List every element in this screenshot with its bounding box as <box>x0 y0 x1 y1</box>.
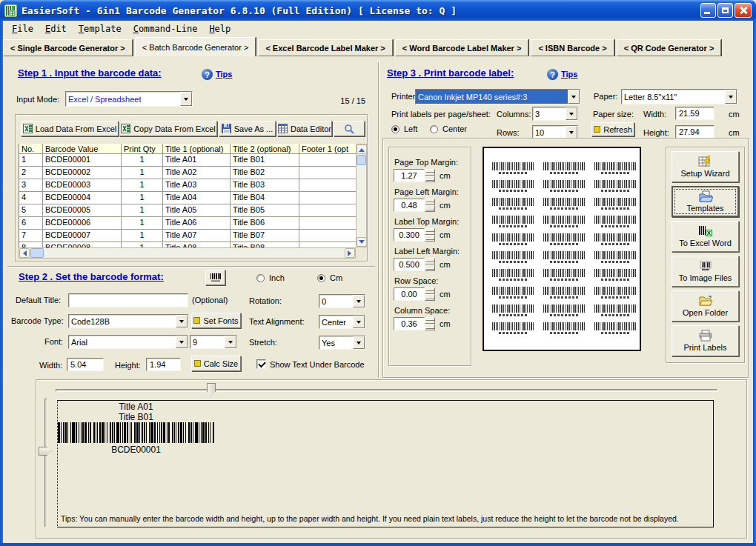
step1-tips-link[interactable]: Tips <box>216 70 232 79</box>
unit-inch-radio[interactable] <box>256 274 265 282</box>
margin-input[interactable]: 0.48 <box>394 199 425 212</box>
align-center-radio[interactable] <box>430 125 438 133</box>
table-cell[interactable]: 1 <box>122 192 163 204</box>
spin-down-icon[interactable] <box>425 205 435 212</box>
copy-data-from-excel-button[interactable]: Copy Data From Excel <box>119 121 217 136</box>
paper-dropdown[interactable]: Letter 8.5"x11" <box>621 89 737 104</box>
table-cell[interactable]: 1 <box>122 204 163 217</box>
default-title-input[interactable] <box>68 293 188 307</box>
spin-up-icon[interactable] <box>425 317 435 324</box>
table-row[interactable]: 2BCDE000021Title A02Title B02 <box>19 167 356 179</box>
table-cell[interactable]: Title B03 <box>231 179 299 192</box>
search-data-button[interactable] <box>334 121 365 136</box>
scrollbar-thumb[interactable] <box>357 155 366 165</box>
table-cell[interactable]: BCDE00006 <box>43 217 122 230</box>
margin-spinner[interactable] <box>425 258 435 271</box>
table-cell[interactable]: Title A08 <box>163 242 231 247</box>
text-alignment-dropdown[interactable]: Center <box>319 315 365 329</box>
table-cell[interactable]: Title A03 <box>163 179 231 192</box>
table-row[interactable]: 3BCDE000031Title A03Title B03 <box>19 179 356 192</box>
help-question-icon[interactable]: ? <box>202 69 213 80</box>
table-cell[interactable]: 1 <box>122 154 163 167</box>
stretch-dropdown[interactable]: Yes <box>319 336 365 350</box>
height-slider-track[interactable] <box>44 399 47 527</box>
column-header[interactable]: Footer 1 (opt <box>299 144 356 154</box>
spin-down-icon[interactable] <box>425 264 435 271</box>
scroll-left-icon[interactable] <box>19 248 30 258</box>
tab-isbn-barcode[interactable]: < ISBN Barcode > <box>531 39 614 56</box>
margin-spinner[interactable] <box>425 317 435 330</box>
print-labels-button[interactable]: Print Labels <box>672 325 739 356</box>
chevron-down-icon[interactable] <box>568 90 580 104</box>
table-cell[interactable]: 6 <box>19 217 43 230</box>
table-cell[interactable] <box>299 154 356 167</box>
margin-spinner[interactable] <box>425 199 435 212</box>
save-as-button[interactable]: Save As ... <box>219 121 276 136</box>
column-header[interactable]: No. <box>19 144 43 154</box>
chevron-down-icon[interactable] <box>353 336 365 349</box>
table-cell[interactable] <box>299 167 356 179</box>
chevron-down-icon[interactable] <box>225 336 236 348</box>
font-size-dropdown[interactable]: 9 <box>190 335 237 349</box>
table-cell[interactable]: Title B07 <box>231 230 299 242</box>
table-cell[interactable]: BCDE00004 <box>43 192 122 204</box>
set-fonts-button[interactable]: Set Fonts <box>191 313 241 328</box>
table-cell[interactable]: 2 <box>19 167 43 179</box>
margin-input[interactable]: 1.27 <box>394 169 425 182</box>
menu-file[interactable]: File <box>6 22 39 36</box>
table-cell[interactable]: 1 <box>122 167 163 179</box>
show-text-under-barcode-checkbox[interactable] <box>256 359 266 369</box>
menu-help[interactable]: Help <box>203 22 236 36</box>
maximize-button[interactable] <box>717 3 733 18</box>
barcode-type-dropdown[interactable]: Code128B <box>68 314 188 328</box>
scrollbar-thumb[interactable] <box>30 248 44 258</box>
table-cell[interactable]: 1 <box>122 217 163 230</box>
table-row[interactable]: 1BCDE000011Title A01Title B01 <box>19 154 356 167</box>
table-cell[interactable]: BCDE00003 <box>43 179 122 192</box>
open-folder-button[interactable]: Open Folder <box>672 290 739 322</box>
table-cell[interactable]: BCDE00002 <box>43 167 122 179</box>
font-dropdown[interactable]: Arial <box>68 335 188 349</box>
calc-size-button[interactable]: Calc Size <box>191 356 241 371</box>
align-left-radio[interactable] <box>391 125 399 133</box>
spin-up-icon[interactable] <box>425 199 435 205</box>
barcode-preview-button[interactable] <box>205 270 225 285</box>
tab-qr-code-generator[interactable]: < QR Code Generator > <box>617 39 722 56</box>
table-cell[interactable]: Title B01 <box>231 154 299 167</box>
scroll-down-icon[interactable] <box>357 237 367 247</box>
table-cell[interactable]: Title A01 <box>163 154 231 167</box>
margin-spinner[interactable] <box>425 169 435 182</box>
margin-input[interactable]: 0.36 <box>394 317 425 330</box>
barcode-data-table[interactable]: No.Barcode ValuePrint QtyTitle 1 (option… <box>19 144 356 247</box>
table-cell[interactable]: Title B06 <box>231 217 299 230</box>
input-mode-dropdown[interactable]: Excel / Spreadsheet <box>65 91 193 107</box>
chevron-down-icon[interactable] <box>176 315 188 327</box>
table-vertical-scrollbar[interactable] <box>356 144 367 247</box>
step3-tips-link[interactable]: Tips <box>561 70 577 79</box>
chevron-down-icon[interactable] <box>566 126 577 139</box>
columns-dropdown[interactable]: 3 <box>532 107 578 121</box>
table-row[interactable]: 7BCDE000071Title A07Title B07 <box>19 230 356 242</box>
menu-edit[interactable]: Edit <box>39 22 73 36</box>
table-row[interactable]: 8BCDE000081Title A08Title B08 <box>19 242 356 247</box>
to-excel-word-button[interactable]: To Excel Word <box>672 221 739 252</box>
table-cell[interactable]: Title B02 <box>231 167 299 179</box>
table-horizontal-scrollbar[interactable] <box>19 247 356 259</box>
table-row[interactable]: 5BCDE000051Title A05Title B05 <box>19 204 356 217</box>
table-cell[interactable]: Title B08 <box>231 242 299 247</box>
table-cell[interactable]: BCDE00008 <box>43 242 122 247</box>
table-cell[interactable]: BCDE00001 <box>43 154 122 167</box>
tab-single-barcode-generator[interactable]: < Single Barcode Generator > <box>3 39 133 56</box>
tab-word-barcode-label-maker[interactable]: < Word Barcode Label Maker > <box>395 39 529 56</box>
close-button[interactable] <box>735 3 752 18</box>
refresh-button[interactable]: Refresh <box>591 122 634 136</box>
spin-down-icon[interactable] <box>425 294 435 301</box>
table-row[interactable]: 4BCDE000041Title A04Title B04 <box>19 192 356 204</box>
printer-dropdown[interactable]: Canon Inkjet MP140 series#:3 <box>415 89 580 104</box>
table-cell[interactable] <box>299 204 356 217</box>
menu-command-line[interactable]: Command-Line <box>127 22 204 36</box>
tab-batch-barcode-generator[interactable]: < Batch Barcode Generator > <box>135 37 256 56</box>
column-header[interactable]: Barcode Value <box>43 144 122 154</box>
spin-down-icon[interactable] <box>425 235 435 242</box>
table-cell[interactable]: 1 <box>19 154 43 167</box>
